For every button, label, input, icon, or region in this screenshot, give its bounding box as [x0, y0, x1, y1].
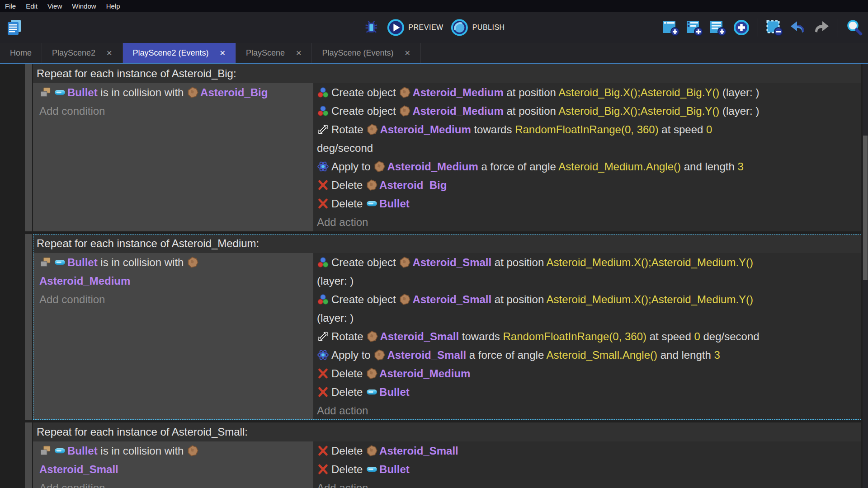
menu-edit[interactable]: Edit	[21, 2, 42, 10]
asteroid-icon	[187, 86, 199, 99]
close-icon[interactable]: ✕	[405, 49, 410, 57]
event-drag-handle[interactable]	[25, 234, 32, 420]
action-row[interactable]: Delete Asteroid_Big	[317, 176, 861, 194]
expression-parameter: RandomFloatInRange(0, 360)	[503, 330, 647, 343]
action-row[interactable]: (layer: )	[317, 309, 861, 327]
event-drag-handle[interactable]	[25, 422, 32, 488]
delete-icon	[317, 197, 329, 210]
action-row[interactable]: Delete Asteroid_Small	[317, 441, 861, 460]
expression-parameter: Asteroid_Small.Angle()	[547, 349, 657, 361]
undo-icon[interactable]	[789, 19, 807, 37]
event-title[interactable]: Repeat for each instance of Asteroid_Sma…	[33, 422, 861, 441]
instruction-text: at speed	[659, 123, 706, 136]
menu-view[interactable]: View	[42, 2, 67, 10]
add-condition-button[interactable]: Add condition	[39, 479, 313, 488]
event-drag-handle[interactable]	[25, 64, 32, 231]
search-icon[interactable]	[845, 19, 863, 37]
delete-selection-icon[interactable]	[765, 19, 783, 37]
menu-bar: FileEditViewWindowHelp	[0, 0, 868, 12]
instruction-text: and length	[681, 160, 737, 173]
action-row[interactable]: Rotate Asteroid_Small towards RandomFloa…	[317, 327, 861, 346]
publish-button[interactable]: PUBLISH	[451, 19, 505, 37]
action-row[interactable]: Create object Asteroid_Medium at positio…	[317, 102, 861, 120]
add-action-button[interactable]: Add action	[317, 213, 861, 231]
instruction-text: Delete	[331, 179, 366, 191]
expression-parameter: Asteroid_Medium.X();Asteroid_Medium.Y()	[547, 293, 754, 305]
condition-row[interactable]: Bullet is in collision with	[39, 253, 313, 272]
debug-icon[interactable]	[363, 19, 379, 36]
event-title[interactable]: Repeat for each instance of Asteroid_Med…	[33, 234, 861, 253]
instruction-text: at speed	[646, 330, 694, 343]
instruction-text: a force of angle	[478, 160, 558, 173]
object-name: Asteroid_Small	[412, 256, 491, 268]
action-row[interactable]: Create object Asteroid_Small at position…	[317, 253, 861, 272]
preview-button[interactable]: PREVIEW	[387, 19, 443, 37]
add-comment-icon[interactable]	[709, 19, 727, 37]
instruction-text: Create object	[331, 105, 399, 117]
action-row[interactable]: (layer: )	[317, 272, 861, 290]
action-row[interactable]: Delete Asteroid_Medium	[317, 364, 861, 383]
action-row[interactable]: deg/second	[317, 139, 861, 157]
tab-playscene-events-[interactable]: PlayScene (Events)✕	[312, 43, 420, 63]
tab-playscene2-events-[interactable]: PlayScene2 (Events)✕	[123, 43, 236, 63]
event-body: Bullet is in collision with Asteroid_Sma…	[33, 441, 861, 488]
vertical-scrollbar[interactable]	[863, 64, 868, 488]
expression-parameter: 0	[694, 330, 700, 343]
rotate-icon	[317, 330, 329, 343]
project-manager-icon[interactable]	[5, 19, 24, 37]
delete-icon	[317, 179, 329, 191]
action-row[interactable]: Create object Asteroid_Small at position…	[317, 290, 861, 309]
action-row[interactable]: Delete Bullet	[317, 194, 861, 213]
choose-event-icon[interactable]	[732, 19, 750, 37]
object-name: Bullet	[67, 256, 98, 268]
add-action-button[interactable]: Add action	[317, 479, 861, 488]
tab-playscene[interactable]: PlayScene✕	[236, 43, 312, 63]
action-row[interactable]: Delete Bullet	[317, 383, 861, 401]
scrollbar-thumb[interactable]	[863, 136, 868, 280]
asteroid-icon	[366, 123, 378, 136]
close-icon[interactable]: ✕	[220, 49, 226, 57]
action-row[interactable]: Apply to Asteroid_Small a force of angle…	[317, 346, 861, 364]
menu-file[interactable]: File	[0, 2, 21, 10]
tab-home[interactable]: Home	[0, 43, 42, 63]
event-card: Repeat for each instance of Asteroid_Med…	[33, 234, 861, 420]
create-object-icon	[317, 86, 329, 99]
add-action-button[interactable]: Add action	[317, 401, 861, 420]
collision-icon	[39, 256, 52, 268]
expression-parameter: Asteroid_Medium.Angle()	[558, 160, 681, 173]
close-icon[interactable]: ✕	[106, 49, 112, 57]
action-row[interactable]: Create object Asteroid_Medium at positio…	[317, 83, 861, 102]
action-row[interactable]: Apply to Asteroid_Medium a force of angl…	[317, 157, 861, 176]
menu-help[interactable]: Help	[101, 2, 125, 10]
tab-label: PlayScene2 (Events)	[133, 48, 209, 58]
instruction-text: Apply to	[331, 349, 373, 361]
event-title[interactable]: Repeat for each instance of Asteroid_Big…	[33, 64, 861, 83]
add-condition-button[interactable]: Add condition	[39, 102, 313, 120]
menu-window[interactable]: Window	[67, 2, 101, 10]
action-row[interactable]: Delete Bullet	[317, 460, 861, 479]
close-icon[interactable]: ✕	[296, 49, 302, 57]
bullet-icon	[366, 463, 378, 475]
instruction-text: Delete	[331, 445, 366, 457]
condition-row[interactable]: Bullet is in collision with Asteroid_Big	[39, 83, 313, 102]
add-sub-event-icon[interactable]	[685, 19, 703, 37]
add-condition-button[interactable]: Add condition	[39, 290, 313, 309]
object-name: Asteroid_Small	[387, 349, 466, 361]
tab-playscene2[interactable]: PlayScene2✕	[42, 43, 123, 63]
bullet-icon	[54, 445, 66, 457]
asteroid-icon	[366, 179, 378, 191]
instruction-text: Delete	[331, 197, 366, 210]
tab-label: Home	[10, 48, 32, 58]
asteroid-icon	[187, 445, 199, 457]
delete-icon	[317, 463, 329, 475]
action-row[interactable]: Rotate Asteroid_Medium towards RandomFlo…	[317, 120, 861, 139]
instruction-text: at position	[504, 105, 558, 117]
condition-row[interactable]: Bullet is in collision with	[39, 441, 313, 460]
object-name: Asteroid_Medium	[412, 86, 503, 99]
redo-icon[interactable]	[812, 19, 830, 37]
condition-row[interactable]: Asteroid_Small	[39, 460, 313, 479]
condition-row[interactable]: Asteroid_Medium	[39, 272, 313, 290]
event-card: Repeat for each instance of Asteroid_Sma…	[33, 422, 861, 488]
add-event-icon[interactable]	[662, 19, 680, 37]
instruction-text: Rotate	[331, 330, 366, 343]
